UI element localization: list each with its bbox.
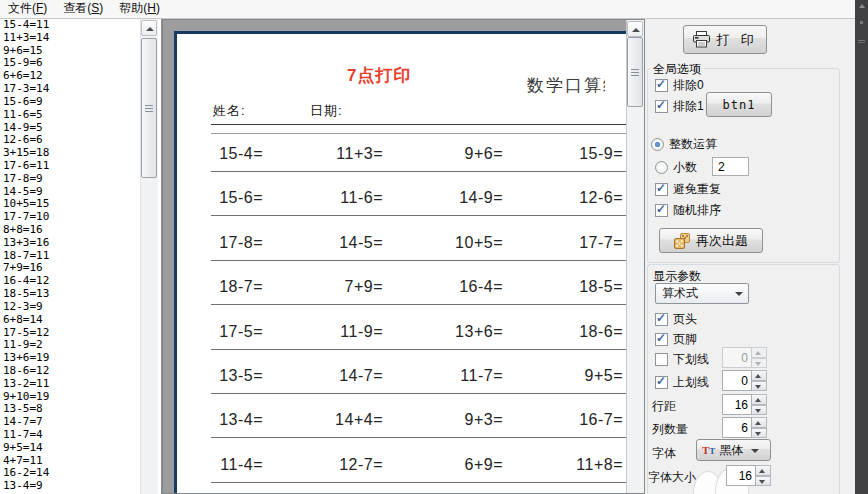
worksheet-cell: 15-9= [503,145,623,163]
worksheet-cell: 6+9= [383,456,503,474]
equation-list-item[interactable]: 18-5=13 [0,288,161,301]
worksheet-cell: 18-5= [503,278,623,296]
worksheet-cell: 13-5= [162,367,263,385]
equation-list-item[interactable]: 13-4=9 [0,480,161,493]
checkbox-page-footer[interactable]: 页脚 [655,331,697,348]
equation-list-item[interactable]: 11+3=14 [0,32,161,45]
spinner-up-icon[interactable] [756,465,771,476]
equation-list-item[interactable]: 11-7=4 [0,429,161,442]
equation-list-scrollbar[interactable] [140,19,158,494]
worksheet-cell: 11-4= [162,456,263,474]
checkbox-unchecked-icon [655,353,668,366]
equation-list[interactable]: 15-4=1111+3=149+6=1515-9=66+6=1217-3=141… [0,19,162,494]
radio-decimal[interactable]: 小数 [655,159,697,176]
checkbox-page-header-label: 页头 [673,311,697,328]
overline-spinner[interactable]: 0 [722,370,767,391]
spinner-up-icon[interactable] [752,417,767,428]
underline-spinner: 0 [722,347,767,368]
worksheet-cell: 15-4= [162,145,263,163]
worksheet-row: 15-4=11+3=9+6=15-9= [162,145,633,189]
header-rule-thin [211,133,633,134]
equation-list-item[interactable]: 18-6=12 [0,365,161,378]
spinner-down-icon[interactable] [752,405,767,416]
menu-help[interactable]: 帮助(H) [111,0,168,19]
menu-help-label: 帮助( [119,1,147,15]
checkbox-overline[interactable]: 上划线 [655,374,709,391]
spinner-down-icon[interactable] [752,381,767,392]
checkbox-avoid-duplicate[interactable]: 避免重复 [655,181,721,198]
equation-list-item[interactable]: 17-6=11 [0,160,161,173]
checkbox-page-header[interactable]: 页头 [655,311,697,328]
checkbox-random-sort-label: 随机排序 [673,202,721,219]
line-spacing-spinner[interactable]: 16 [722,394,767,415]
checkbox-random-sort[interactable]: 随机排序 [655,202,721,219]
overline-spinner-value[interactable]: 0 [722,370,752,391]
spinner-down-icon[interactable] [756,476,771,487]
checkbox-checked-icon [655,333,668,346]
menu-view-label: 查看( [63,1,91,15]
print-button[interactable]: 打 印 [683,25,767,54]
regenerate-button-label: 再次出题 [696,232,748,250]
radio-unselected-icon [655,161,668,174]
scrollbar-thumb[interactable] [141,38,157,178]
preview-scroll-up-button[interactable] [627,21,643,37]
column-count-spinner[interactable]: 6 [722,417,767,438]
preview-scroll-thumb[interactable] [627,37,643,107]
printer-icon [692,31,711,48]
name-field-label: 姓名: [213,102,246,120]
scrollbar-up-icon [146,27,154,31]
spinner-up-icon[interactable] [752,370,767,381]
equation-list-item[interactable]: 15-6=9 [0,96,161,109]
line-spacing-value[interactable]: 16 [722,394,752,415]
worksheet-cell: 18-7= [162,278,263,296]
equation-list-item[interactable]: 9+5=14 [0,442,161,455]
equation-list-item[interactable]: 13+3=16 [0,237,161,250]
checkbox-checked-icon [655,79,668,92]
font-icon: TT [702,443,715,457]
worksheet-cell: 7+9= [263,278,383,296]
menu-view[interactable]: 查看(S) [55,0,111,19]
worksheet-row: 11-4=12-7=6+9=11+8= [162,456,633,494]
scrollbar-up-button[interactable] [141,20,157,36]
row-rule [211,349,633,350]
checkbox-checked-icon [655,204,668,217]
font-label: 字体 [652,445,676,462]
checkbox-underline[interactable]: 下划线 [655,351,709,368]
radio-integer[interactable]: 整数运算 [651,136,717,153]
font-picker-button[interactable]: TT 黑体 [696,439,771,461]
checkbox-exclude0-label: 排除0 [673,77,704,94]
font-size-value[interactable]: 16 [726,465,756,486]
regenerate-button[interactable]: 再次出题 [659,228,763,253]
checkbox-exclude0[interactable]: 排除0 [655,77,704,94]
equation-list-item[interactable]: 11-6=5 [0,109,161,122]
equation-list-item[interactable]: 13-2=11 [0,378,161,391]
document-title: 数学口算练 [527,74,605,97]
formula-type-select[interactable]: 算术式 [655,283,749,304]
worksheet-cell: 10+5= [383,234,503,252]
worksheet-cell: 16-7= [503,411,623,429]
menu-file[interactable]: 文件(F) [0,0,55,19]
equation-list-item[interactable]: 12-3=9 [0,301,161,314]
font-size-spinner[interactable]: 16 [726,465,771,486]
column-count-value[interactable]: 6 [722,417,752,438]
checkbox-exclude1-label: 排除1 [673,98,704,115]
menu-bar: 文件(F) 查看(S) 帮助(H) [0,0,855,19]
spinner-up-icon[interactable] [752,394,767,405]
spinner-down-icon[interactable] [752,428,767,439]
equation-list-item[interactable]: 17-3=14 [0,83,161,96]
checkbox-overline-label: 上划线 [673,374,709,391]
worksheet-cell: 14+4= [263,411,383,429]
decimal-digits-input[interactable]: 2 [712,157,749,176]
worksheet-cell: 11+3= [263,145,383,163]
equation-list-item[interactable]: 6+8=14 [0,314,161,327]
watermark-title: 7点打印 [347,64,411,87]
chevron-down-icon [735,292,743,296]
menu-help-key: H [147,1,156,15]
preview-scrollbar[interactable] [626,20,644,493]
btn1-button[interactable]: btn1 [706,92,772,117]
checkbox-exclude1[interactable]: 排除1 [655,98,704,115]
worksheet-row: 17-8=14-5=10+5=17-7= [162,234,633,278]
equation-list-item[interactable]: 8+8=16 [0,224,161,237]
equation-list-item[interactable]: 17-8=9 [0,173,161,186]
equation-list-item[interactable]: 15-4=11 [0,19,161,32]
